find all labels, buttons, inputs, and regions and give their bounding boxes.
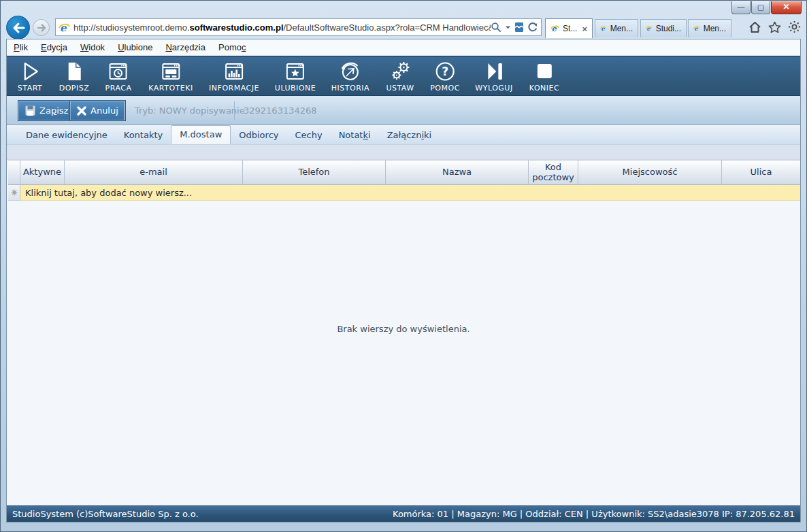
menu-item-plik[interactable]: Plik (14, 42, 28, 52)
browser-tab[interactable]: e Men... (595, 19, 638, 37)
svg-text:e: e (60, 22, 67, 33)
gears-icon (386, 59, 414, 83)
browser-tab[interactable]: e Men... (688, 19, 731, 37)
new-row-indicator-cell (8, 185, 20, 201)
back-button[interactable] (6, 16, 30, 39)
ie-icon: e (600, 24, 607, 33)
page-tab-strip: Dane ewidencyjne Kontakty M.dostaw Odbio… (7, 125, 800, 145)
main-toolbar: START DOPISZ PRACA (7, 56, 800, 96)
app-frame: Plik Edycja Widok Ulubione Narzędzia Pom… (6, 39, 801, 522)
dropdown-icon[interactable] (505, 25, 511, 30)
toolbar-historia-button[interactable]: HISTORIA (331, 59, 369, 93)
star-window-icon (275, 59, 316, 83)
cancel-x-icon (77, 106, 86, 116)
tab-dane-ewidencyjne[interactable]: Dane ewidencyjne (18, 127, 116, 144)
column-header-ulica[interactable]: Ulica (722, 160, 800, 185)
cancel-button[interactable]: Anuluj (69, 100, 126, 121)
chart-window-icon (209, 59, 259, 83)
url-post: /DefaultSoftwareStudio.aspx?rola=CRM Han… (284, 22, 491, 33)
separator (234, 101, 235, 120)
browser-tab-label: Men... (704, 24, 726, 33)
add-new-row[interactable]: Kliknij tutaj, aby dodać nowy wiersz... (8, 185, 800, 201)
save-button[interactable]: Zapisz (18, 100, 76, 121)
new-row-prompt[interactable]: Kliknij tutaj, aby dodać nowy wiersz... (20, 185, 800, 201)
toolbar-start-button[interactable]: START (18, 59, 42, 93)
ie-icon: e (550, 24, 559, 33)
grid-body: Brak wierszy do wyświetlenia. (7, 201, 800, 505)
tab-kontakty[interactable]: Kontakty (116, 127, 171, 144)
browser-tab-label: St... (563, 24, 577, 33)
tab-cechy[interactable]: Cechy (286, 127, 330, 144)
svg-text:?: ? (442, 65, 448, 78)
menu-item-narzedzia[interactable]: Narzędzia (165, 42, 205, 52)
search-icon[interactable] (491, 22, 501, 33)
home-icon[interactable] (748, 21, 761, 33)
catalog-window-icon (148, 59, 193, 83)
svg-text:e: e (601, 25, 605, 32)
column-header-kod-pocztowy[interactable]: Kod pocztowy (529, 160, 578, 185)
tab-m-dostaw[interactable]: M.dostaw (171, 125, 231, 144)
column-header-nazwa[interactable]: Nazwa (386, 160, 529, 185)
mode-status-text: Tryb: NOWY dopisywanie (135, 96, 245, 125)
url-text: http://studiosystemroot.demo.softwarestu… (73, 22, 491, 33)
maximize-button[interactable]: ▢ (751, 1, 770, 14)
ie-icon: e (693, 24, 700, 33)
empty-grid-message: Brak wierszy do wyświetlenia. (7, 324, 800, 334)
toolbar-koniec-button[interactable]: KONIEC (529, 59, 559, 93)
status-bar: StudioSystem (c)SoftwareStudio Sp. z o.o… (7, 505, 800, 522)
ie-icon: e (646, 24, 653, 33)
save-label: Zapisz (39, 105, 68, 116)
minimize-button[interactable]: — (731, 1, 751, 14)
browser-tab-label: Studi... (656, 24, 681, 33)
cancel-label: Anuluj (90, 105, 118, 116)
question-icon: ? (430, 59, 460, 83)
toolbar-pomoc-button[interactable]: ? POMOC (430, 59, 460, 93)
toolbar-ustaw-button[interactable]: USTAW (386, 59, 414, 93)
menu-item-pomoc[interactable]: Pomoc (218, 42, 246, 52)
document-icon (59, 59, 90, 83)
address-bar[interactable]: e http://studiosystemroot.demo.softwares… (55, 18, 542, 36)
column-header-miejscowosc[interactable]: Miejscowość (578, 160, 722, 185)
tab-content-spacer (7, 145, 800, 160)
toolbar-kartoteki-button[interactable]: KARTOTEKI (148, 59, 193, 93)
toolbar-dopisz-button[interactable]: DOPISZ (59, 59, 90, 93)
title-bar: — ▢ ✕ (1, 1, 806, 16)
browser-tab-active[interactable]: e St... × (545, 18, 593, 38)
browser-tab[interactable]: e Studi... (640, 19, 687, 37)
toolbar-informacje-button[interactable]: INFORMACJE (209, 59, 259, 93)
menu-item-ulubione[interactable]: Ulubione (118, 42, 152, 52)
compatibility-icon[interactable] (514, 22, 524, 33)
separator (124, 101, 125, 120)
favorites-star-icon[interactable] (768, 21, 781, 33)
tab-zalaczniki[interactable]: Załączniki (379, 127, 440, 144)
history-globe-icon (331, 59, 369, 83)
forward-arrow-icon (36, 22, 47, 33)
close-button[interactable]: ✕ (771, 1, 802, 14)
svg-text:e: e (646, 25, 650, 32)
record-id-text: 3292163134268 (244, 96, 317, 125)
tab-close-icon[interactable]: × (582, 24, 587, 34)
browser-navigation-bar: e http://studiosystemroot.demo.softwares… (1, 16, 806, 39)
column-header-email[interactable]: e-mail (65, 160, 243, 185)
tab-odbiorcy[interactable]: Odbiorcy (231, 127, 286, 144)
refresh-icon[interactable] (527, 22, 538, 33)
ie-icon: e (59, 22, 70, 33)
menu-item-widok[interactable]: Widok (80, 42, 105, 52)
clock-window-icon (105, 59, 132, 83)
toolbar-ulubione-button[interactable]: ULUBIONE (275, 59, 316, 93)
toolbar-wyloguj-button[interactable]: WYLOGUJ (475, 59, 512, 93)
toolbar-praca-button[interactable]: PRACA (105, 59, 132, 93)
action-toolbar: Zapisz Anuluj Tryb: NOWY dopisywanie 329… (7, 96, 800, 125)
play-icon (18, 59, 42, 83)
settings-gear-icon[interactable] (788, 20, 801, 33)
column-header-telefon[interactable]: Telefon (243, 160, 386, 185)
logout-icon (475, 59, 512, 83)
column-header-aktywne[interactable]: Aktywne (20, 160, 65, 185)
menu-item-edycja[interactable]: Edycja (41, 42, 67, 52)
url-domain: softwarestudio.com.pl (190, 22, 284, 33)
svg-text:e: e (694, 25, 698, 32)
tab-notatki[interactable]: Notatki (331, 127, 379, 144)
menu-bar: Plik Edycja Widok Ulubione Narzędzia Pom… (7, 39, 800, 56)
forward-button[interactable] (33, 19, 50, 36)
data-grid: Aktywne e-mail Telefon Nazwa Kod pocztow… (7, 160, 800, 522)
